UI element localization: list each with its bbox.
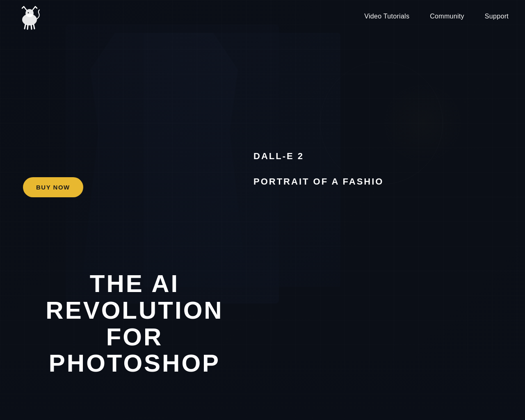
nav-link-community[interactable]: Community xyxy=(430,13,464,20)
headline-line2: PHOTOSHOP xyxy=(49,349,220,377)
dalle-label: DALL-E 2 xyxy=(253,151,304,162)
main-headline: THE AI REVOLUTION FOR PHOTOSHOP xyxy=(20,271,249,377)
svg-line-10 xyxy=(34,25,34,29)
headline-text: THE AI REVOLUTION FOR PHOTOSHOP xyxy=(20,271,249,377)
headline-line1: THE AI REVOLUTION FOR xyxy=(46,270,223,351)
svg-line-9 xyxy=(31,25,32,29)
nav-link-video-tutorials[interactable]: Video Tutorials xyxy=(364,13,409,20)
nav-item-community[interactable]: Community xyxy=(430,13,464,20)
navbar: Video Tutorials Community Support xyxy=(0,0,525,33)
logo-container[interactable] xyxy=(16,3,43,30)
nav-links: Video Tutorials Community Support xyxy=(364,13,509,20)
buy-now-button[interactable]: BUY NOW xyxy=(23,177,83,197)
svg-point-11 xyxy=(28,12,29,13)
nav-item-video-tutorials[interactable]: Video Tutorials xyxy=(364,13,409,20)
hero-content: BUY NOW DALL-E 2 PORTRAIT OF A FASHIO TH… xyxy=(0,0,525,420)
svg-line-8 xyxy=(27,25,28,29)
svg-line-7 xyxy=(25,25,25,29)
nav-item-support[interactable]: Support xyxy=(485,13,509,20)
portrait-label: PORTRAIT OF A FASHIO xyxy=(253,176,383,187)
nav-link-support[interactable]: Support xyxy=(485,13,509,20)
logo-icon xyxy=(16,3,43,30)
